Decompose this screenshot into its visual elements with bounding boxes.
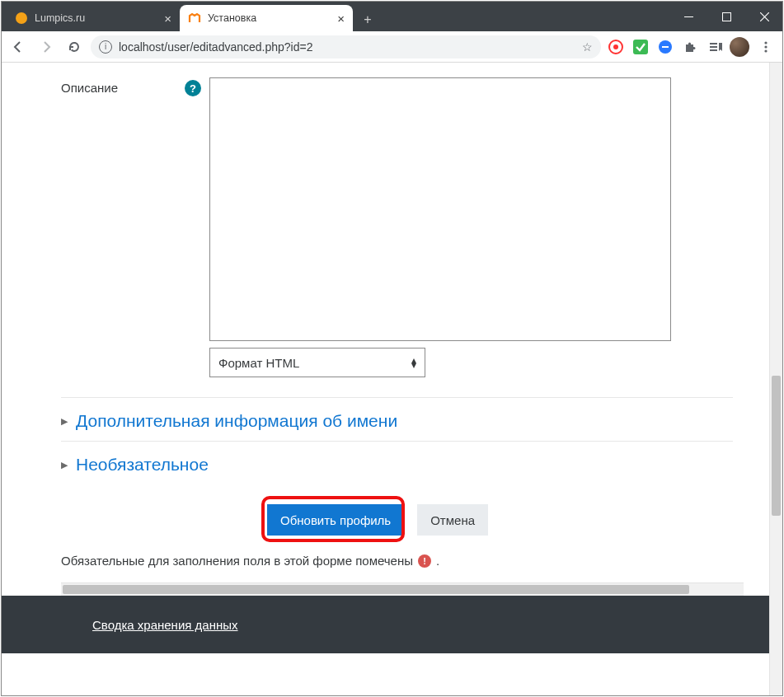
window-maximize-button[interactable]: [707, 1, 745, 32]
bookmark-star-icon[interactable]: ☆: [582, 40, 593, 54]
select-caret-icon: ▴▾: [411, 358, 416, 367]
data-retention-link[interactable]: Сводка хранения данных: [92, 618, 238, 632]
svg-point-9: [764, 41, 767, 44]
vertical-scrollbar[interactable]: [769, 63, 782, 695]
section-optional[interactable]: ▶ Необязательное: [61, 442, 733, 484]
browser-toolbar: i localhost/user/editadvanced.php?id=2 ☆: [2, 31, 782, 63]
cancel-button[interactable]: Отмена: [417, 504, 488, 536]
svg-point-11: [764, 49, 767, 52]
close-icon[interactable]: ×: [164, 12, 171, 26]
favicon-moodle: [188, 12, 201, 25]
scrollbar-thumb[interactable]: [772, 376, 781, 516]
update-profile-button[interactable]: Обновить профиль: [267, 504, 404, 536]
section-additional-name-info[interactable]: ▶ Дополнительная информация об имени: [61, 398, 733, 442]
help-icon[interactable]: ?: [185, 80, 201, 96]
tab-title: Установка: [208, 12, 256, 24]
format-select-value: Формат HTML: [218, 356, 299, 370]
extension-blue-icon[interactable]: [655, 37, 675, 57]
required-note-text: Обязательные для заполнения поля в этой …: [61, 554, 413, 568]
tab-lumpics[interactable]: Lumpics.ru ×: [7, 5, 180, 31]
svg-rect-6: [633, 40, 648, 54]
reload-button[interactable]: [63, 35, 86, 58]
required-fields-note: Обязательные для заполнения поля в этой …: [61, 554, 733, 568]
format-select[interactable]: Формат HTML ▴▾: [209, 348, 425, 377]
window-minimize-button[interactable]: [669, 1, 707, 32]
description-textarea[interactable]: [209, 77, 671, 341]
address-bar[interactable]: i localhost/user/editadvanced.php?id=2 ☆: [91, 35, 601, 58]
tab-strip: Lumpics.ru × Установка × +: [2, 2, 782, 31]
required-marker-icon: !: [418, 554, 431, 568]
svg-rect-3: [722, 12, 730, 21]
page-content: Описание ? Формат HTML ▴▾ ▶ Дополнительн…: [2, 63, 769, 695]
extension-yandex-icon[interactable]: [606, 37, 626, 57]
chevron-right-icon: ▶: [61, 416, 68, 427]
close-icon[interactable]: ×: [337, 12, 345, 26]
back-button[interactable]: [7, 35, 30, 58]
browser-menu-button[interactable]: [754, 35, 777, 58]
forward-button[interactable]: [35, 35, 58, 58]
extension-check-icon[interactable]: [631, 37, 650, 57]
url-text: localhost/user/editadvanced.php?id=2: [119, 40, 312, 54]
profile-avatar[interactable]: [730, 37, 749, 57]
horizontal-scrollbar[interactable]: [61, 582, 744, 596]
window-close-button[interactable]: [745, 1, 783, 32]
section-link[interactable]: Необязательное: [76, 455, 209, 475]
required-note-tail: .: [436, 554, 439, 568]
scrollbar-thumb[interactable]: [63, 585, 689, 594]
svg-point-10: [764, 45, 767, 48]
tab-install[interactable]: Установка ×: [180, 5, 353, 31]
description-label: Описание: [61, 77, 160, 95]
page-viewport: Описание ? Формат HTML ▴▾ ▶ Дополнительн…: [2, 63, 782, 695]
svg-point-0: [16, 12, 27, 24]
page-footer: Сводка хранения данных: [2, 596, 769, 653]
extensions-puzzle-icon[interactable]: [680, 37, 700, 57]
chevron-right-icon: ▶: [61, 460, 68, 470]
site-info-icon[interactable]: i: [99, 40, 112, 54]
svg-point-5: [613, 44, 618, 49]
form-actions: Обновить профиль Отмена: [61, 504, 733, 536]
section-link[interactable]: Дополнительная информация об имени: [76, 411, 397, 431]
svg-rect-8: [662, 46, 669, 48]
svg-rect-2: [684, 16, 693, 17]
reading-list-icon[interactable]: [705, 37, 725, 57]
browser-window: Lumpics.ru × Установка × +: [1, 1, 783, 696]
description-field-row: Описание ? Формат HTML ▴▾: [61, 63, 733, 377]
tab-title: Lumpics.ru: [35, 12, 85, 24]
new-tab-button[interactable]: +: [356, 8, 379, 31]
favicon-lumpics: [15, 12, 28, 25]
